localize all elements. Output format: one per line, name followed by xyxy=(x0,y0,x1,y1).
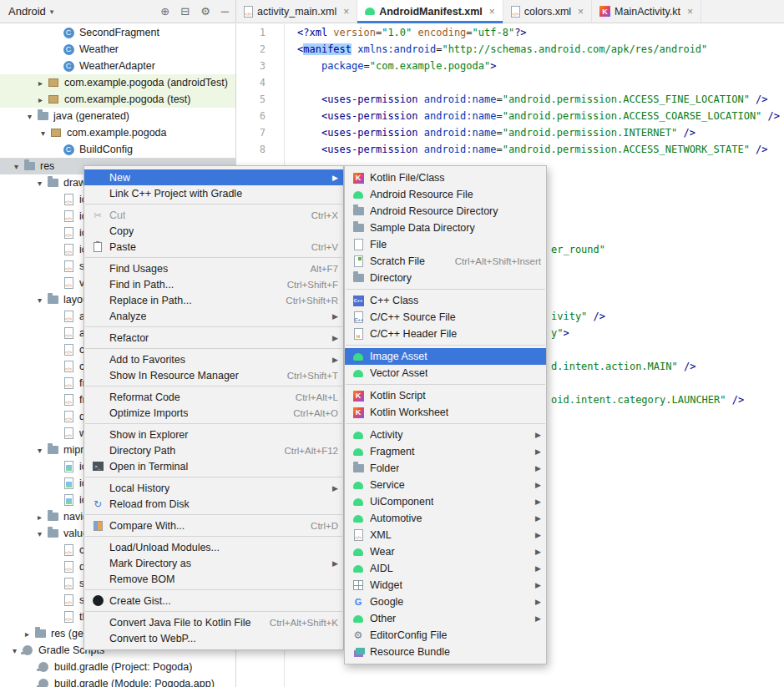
menu-item-label: Folder xyxy=(370,462,399,474)
tree-item-secondfragment[interactable]: CSecondFragment xyxy=(0,24,235,41)
menu-item-android-resource-file[interactable]: Android Resource File xyxy=(345,186,546,203)
menu-item-android-resource-directory[interactable]: Android Resource Directory xyxy=(345,203,546,220)
menu-item-fragment[interactable]: Fragment▶ xyxy=(345,443,546,460)
menu-item-directory-path[interactable]: Directory PathCtrl+Alt+F12 xyxy=(84,442,343,458)
menu-item-reformat-code[interactable]: Reformat CodeCtrl+Alt+L xyxy=(84,389,343,405)
menu-item-xml[interactable]: </>XML▶ xyxy=(345,527,546,543)
menu-item-folder[interactable]: Folder▶ xyxy=(345,460,546,477)
menu-item-uicomponent[interactable]: UiComponent▶ xyxy=(345,493,546,510)
menu-item-local-history[interactable]: Local History▶ xyxy=(84,480,343,496)
chevron-expanded-icon[interactable]: ▾ xyxy=(33,179,46,188)
chevron-expanded-icon[interactable]: ▾ xyxy=(37,129,49,138)
close-tab-icon[interactable]: × xyxy=(687,6,693,18)
menu-item-compare-with[interactable]: Compare With...Ctrl+D xyxy=(84,518,343,533)
locate-file-icon[interactable]: ⊕ xyxy=(160,5,169,18)
menu-item-load-unload-modules[interactable]: Load/Unload Modules... xyxy=(84,539,343,555)
menu-item-editorconfig-file[interactable]: ⚙EditorConfig File xyxy=(345,627,546,644)
menu-item-convert-to-webp[interactable]: Convert to WebP... xyxy=(84,630,343,646)
tree-item-buildconfig[interactable]: CBuildConfig xyxy=(0,141,235,158)
code-line[interactable]: 1<?xml version="1.0" encoding="utf-8"?> xyxy=(237,24,784,41)
menu-item-refactor[interactable]: Refactor▶ xyxy=(84,330,343,346)
menu-item-c-c-header-file[interactable]: HC/C++ Header File xyxy=(345,326,546,342)
tab-colors-xml[interactable]: </>colors.xml× xyxy=(503,0,592,23)
menu-item-file[interactable]: File xyxy=(345,236,546,253)
chevron-collapsed-icon[interactable]: ▸ xyxy=(33,513,46,522)
chevron-expanded-icon[interactable]: ▾ xyxy=(33,296,46,305)
project-view-selector[interactable]: Android ▾ xyxy=(8,5,53,18)
menu-item-service[interactable]: Service▶ xyxy=(345,477,546,493)
menu-item-widget[interactable]: Widget▶ xyxy=(345,577,546,594)
menu-item-directory[interactable]: Directory xyxy=(345,270,546,286)
chevron-collapsed-icon[interactable]: ▸ xyxy=(21,629,33,639)
chevron-expanded-icon[interactable]: ▾ xyxy=(8,646,21,655)
chevron-expanded-icon[interactable]: ▾ xyxy=(23,112,36,121)
tab-androidmanifest-xml[interactable]: AndroidManifest.xml× xyxy=(357,0,503,23)
menu-item-vector-asset[interactable]: Vector Asset xyxy=(345,365,546,381)
code-line[interactable]: 6 <uses-permission android:name="android… xyxy=(237,108,784,124)
menu-item-optimize-imports[interactable]: Optimize ImportsCtrl+Alt+O xyxy=(84,405,343,421)
menu-item-new[interactable]: New▶ xyxy=(84,169,343,185)
menu-item-show-in-resource-manager[interactable]: Show In Resource ManagerCtrl+Shift+T xyxy=(84,367,343,383)
menu-item-aidl[interactable]: AIDL▶ xyxy=(345,560,546,577)
menu-item-kotlin-file-class[interactable]: KKotlin File/Class xyxy=(345,169,546,186)
tree-item-weatheradapter[interactable]: CWeatherAdapter xyxy=(0,58,235,74)
tree-item-com-example-pogoda-androidtest[interactable]: ▸com.example.pogoda (androidTest) xyxy=(0,74,235,91)
tree-item-com-example-pogoda[interactable]: ▾com.example.pogoda xyxy=(0,124,235,141)
chevron-expanded-icon[interactable]: ▾ xyxy=(33,529,46,538)
close-tab-icon[interactable]: × xyxy=(489,6,495,18)
menu-item-automotive[interactable]: Automotive▶ xyxy=(345,510,546,527)
menu-item-c-c-source-file[interactable]: C++C/C++ Source File xyxy=(345,309,546,326)
menu-item-create-gist[interactable]: Create Gist... xyxy=(84,593,343,609)
code-line[interactable]: 8 <uses-permission android:name="android… xyxy=(237,141,784,158)
menu-item-remove-bom[interactable]: Remove BOM xyxy=(84,571,343,587)
menu-item-image-asset[interactable]: Image Asset xyxy=(345,348,546,365)
menu-item-convert-java-file-to-kotlin-file[interactable]: Convert Java File to Kotlin FileCtrl+Alt… xyxy=(84,614,343,630)
menu-item-wear[interactable]: Wear▶ xyxy=(345,543,546,560)
menu-item-copy[interactable]: Copy xyxy=(84,223,343,239)
blank-icon xyxy=(91,573,104,586)
menu-item-show-in-explorer[interactable]: Show in Explorer xyxy=(84,427,343,442)
code-line[interactable]: 4 xyxy=(237,74,784,91)
tree-item-com-example-pogoda-test[interactable]: ▸com.example.pogoda (test) xyxy=(0,91,235,108)
code-line[interactable]: 7 <uses-permission android:name="android… xyxy=(237,124,784,141)
menu-item-mark-directory-as[interactable]: Mark Directory as▶ xyxy=(84,555,343,571)
menu-item-kotlin-worksheet[interactable]: KKotlin Worksheet xyxy=(345,404,546,421)
tab-activity-main-xml[interactable]: </>activity_main.xml× xyxy=(236,0,357,23)
chevron-expanded-icon[interactable]: ▾ xyxy=(10,162,23,171)
tree-item-java-generated[interactable]: ▾java (generated) xyxy=(0,108,235,124)
menu-item-replace-in-path[interactable]: Replace in Path...Ctrl+Shift+R xyxy=(84,292,343,308)
menu-item-analyze[interactable]: Analyze▶ xyxy=(84,308,343,324)
menu-item-cut[interactable]: ✂CutCtrl+X xyxy=(84,207,343,223)
menu-item-paste[interactable]: PasteCtrl+V xyxy=(84,239,343,255)
menu-item-kotlin-script[interactable]: KKotlin Script xyxy=(345,387,546,404)
menu-item-label: Show in Explorer xyxy=(109,429,189,441)
code-line[interactable]: 5 <uses-permission android:name="android… xyxy=(237,91,784,108)
hide-panel-icon[interactable]: ─ xyxy=(221,5,229,18)
menu-item-add-to-favorites[interactable]: Add to Favorites▶ xyxy=(84,351,343,367)
menu-item-c-class[interactable]: C++C++ Class xyxy=(345,292,546,309)
menu-item-scratch-file[interactable]: Scratch FileCtrl+Alt+Shift+Insert xyxy=(345,253,546,270)
chevron-collapsed-icon[interactable]: ▸ xyxy=(34,78,47,88)
close-tab-icon[interactable]: × xyxy=(578,6,584,18)
menu-item-find-in-path[interactable]: Find in Path...Ctrl+Shift+F xyxy=(84,276,343,292)
tree-item-weather[interactable]: CWeather xyxy=(0,41,235,58)
settings-gear-icon[interactable]: ⚙ xyxy=(200,5,210,18)
menu-item-link-c-project-with-gradle[interactable]: Link C++ Project with Gradle xyxy=(84,185,343,201)
collapse-all-icon[interactable]: ⊟ xyxy=(180,5,190,18)
chevron-collapsed-icon[interactable]: ▸ xyxy=(34,95,47,104)
menu-item-reload-from-disk[interactable]: ↻Reload from Disk xyxy=(84,496,343,512)
menu-item-google[interactable]: GGoogle▶ xyxy=(345,594,546,610)
chevron-expanded-icon[interactable]: ▾ xyxy=(33,446,46,455)
tree-item-build-gradle-module-pogoda-app[interactable]: build.gradle (Module: Pogoda.app) xyxy=(0,675,235,687)
menu-item-activity[interactable]: Activity▶ xyxy=(345,427,546,443)
tree-item-build-gradle-project-pogoda[interactable]: build.gradle (Project: Pogoda) xyxy=(0,659,235,675)
code-line[interactable]: 3 package="com.example.pogoda"> xyxy=(237,58,784,74)
menu-item-open-in-terminal[interactable]: >_Open in Terminal xyxy=(84,458,343,474)
menu-item-other[interactable]: Other▶ xyxy=(345,610,546,627)
menu-item-find-usages[interactable]: Find UsagesAlt+F7 xyxy=(84,260,343,276)
code-line[interactable]: 2<manifest xmlns:android="http://schemas… xyxy=(237,41,784,58)
menu-item-sample-data-directory[interactable]: Sample Data Directory xyxy=(345,220,546,236)
menu-item-resource-bundle[interactable]: Resource Bundle xyxy=(345,644,546,660)
tab-mainactivity-kt[interactable]: KMainActivity.kt× xyxy=(592,0,701,23)
close-tab-icon[interactable]: × xyxy=(343,6,349,18)
